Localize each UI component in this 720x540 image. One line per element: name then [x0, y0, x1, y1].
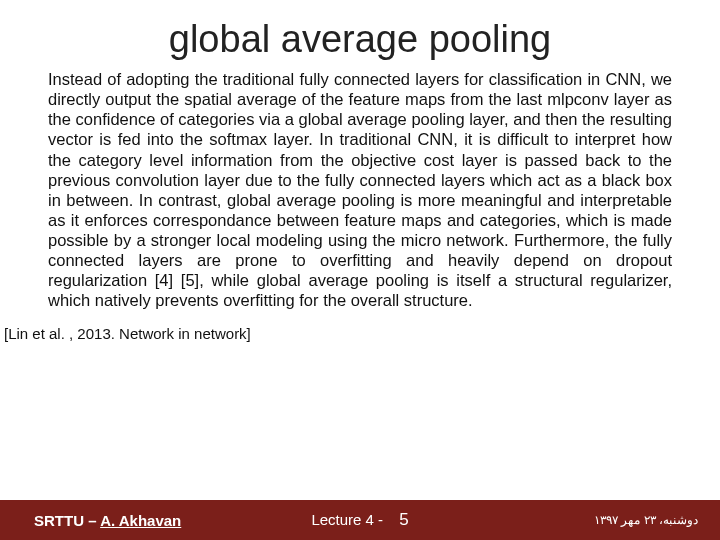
footer-center: Lecture 4 - 5 — [311, 510, 408, 530]
body-text: Instead of adopting the traditional full… — [0, 61, 720, 311]
citation-text: [Lin et al. , 2013. Network in network] — [0, 311, 720, 342]
footer-bar: SRTTU – A. Akhavan Lecture 4 - 5 دوشنبه،… — [0, 500, 720, 540]
slide: global average pooling Instead of adopti… — [0, 0, 720, 540]
slide-title: global average pooling — [0, 0, 720, 61]
footer-lecture: Lecture 4 - — [311, 511, 383, 528]
footer-author: A. Akhavan — [100, 512, 181, 529]
footer-left: SRTTU – A. Akhavan — [34, 512, 181, 529]
footer-org: SRTTU – — [34, 512, 100, 529]
footer-page-number: 5 — [399, 510, 408, 530]
footer-date: دوشنبه، ۲۳ مهر ۱۳۹۷ — [594, 513, 698, 527]
